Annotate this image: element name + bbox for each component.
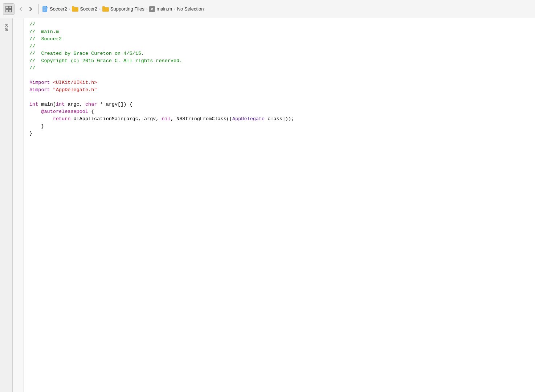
nav-bar: Soccer2 › Soccer2 › Supporting Files › m… xyxy=(0,0,535,18)
svg-rect-1 xyxy=(9,6,12,9)
sidebar-label: ator xyxy=(4,24,8,31)
code-line-2: // main.m xyxy=(29,28,529,36)
line-number-4 xyxy=(13,43,23,50)
line-number-8 xyxy=(13,72,23,79)
breadcrumb-project-label: Soccer2 xyxy=(50,6,67,12)
code-line-10: #import "AppDelegate.h" xyxy=(29,86,529,94)
breadcrumb-supporting-files[interactable]: Supporting Files xyxy=(102,6,144,12)
code-line-11 xyxy=(29,94,529,101)
svg-rect-2 xyxy=(6,9,8,12)
code-line-12: int main(int argc, char * argv[]) { xyxy=(29,101,529,108)
forward-button[interactable] xyxy=(26,5,35,13)
separator-4: › xyxy=(174,7,175,11)
breadcrumb-no-selection: No Selection xyxy=(177,6,204,12)
code-line-4: // xyxy=(29,43,529,50)
svg-rect-6 xyxy=(44,8,46,8)
code-line-14: return UIApplicationMain(argc, argv, nil… xyxy=(29,115,529,123)
file-m-icon: m xyxy=(149,6,155,12)
breadcrumb-soccer2-folder[interactable]: Soccer2 xyxy=(72,6,97,12)
line-number-15 xyxy=(13,123,23,130)
line-number-2 xyxy=(13,28,23,36)
code-line-8 xyxy=(29,72,529,79)
project-navigator-icon[interactable] xyxy=(3,3,15,15)
folder-icon-2 xyxy=(102,6,109,12)
svg-rect-10 xyxy=(72,6,74,8)
line-number-13 xyxy=(13,108,23,115)
breadcrumb: Soccer2 › Soccer2 › Supporting Files › m… xyxy=(42,6,204,12)
breadcrumb-soccer2-project[interactable]: Soccer2 xyxy=(42,6,67,12)
code-line-1: // xyxy=(29,21,529,28)
line-number-9 xyxy=(13,79,23,86)
breadcrumb-supporting-files-label: Supporting Files xyxy=(110,6,144,12)
back-button[interactable] xyxy=(17,5,25,13)
line-number-6 xyxy=(13,57,23,65)
line-gutter xyxy=(13,18,24,392)
separator-2: › xyxy=(99,7,101,11)
nav-arrows xyxy=(17,5,35,13)
line-number-16 xyxy=(13,130,23,137)
line-number-14 xyxy=(13,115,23,123)
code-line-13: @autoreleasepool { xyxy=(29,108,529,115)
code-line-15: } xyxy=(29,123,529,130)
code-line-7: // xyxy=(29,65,529,72)
breadcrumb-folder-label: Soccer2 xyxy=(80,6,97,12)
line-number-5 xyxy=(13,50,23,57)
code-line-6: // Copyright (c) 2015 Grace C. All right… xyxy=(29,57,529,65)
line-number-3 xyxy=(13,36,23,43)
line-number-1 xyxy=(13,21,23,28)
svg-rect-0 xyxy=(6,6,8,9)
line-number-7 xyxy=(13,65,23,72)
line-number-10 xyxy=(13,86,23,94)
code-line-5: // Created by Grace Cureton on 4/5/15. xyxy=(29,50,529,57)
folder-icon-1 xyxy=(72,6,78,12)
svg-rect-7 xyxy=(44,9,46,9)
code-line-9: #import <UIKit/UIKit.h> xyxy=(29,79,529,86)
code-editor[interactable]: // // main.m // Soccer2 // // Created by… xyxy=(24,18,535,392)
breadcrumb-mainm-label: main.m xyxy=(156,6,172,12)
separator-1: › xyxy=(69,7,70,11)
project-icon xyxy=(42,6,48,12)
code-line-3: // Soccer2 xyxy=(29,36,529,43)
svg-rect-8 xyxy=(44,10,45,11)
breadcrumb-main-m[interactable]: m main.m xyxy=(149,6,172,12)
sidebar-strip: ator xyxy=(0,18,13,392)
separator-3: › xyxy=(146,7,148,11)
line-number-12 xyxy=(13,101,23,108)
line-number-11 xyxy=(13,94,23,101)
nav-divider xyxy=(38,4,39,14)
code-line-16: } xyxy=(29,130,529,137)
svg-rect-3 xyxy=(9,9,12,12)
svg-rect-12 xyxy=(102,6,105,8)
